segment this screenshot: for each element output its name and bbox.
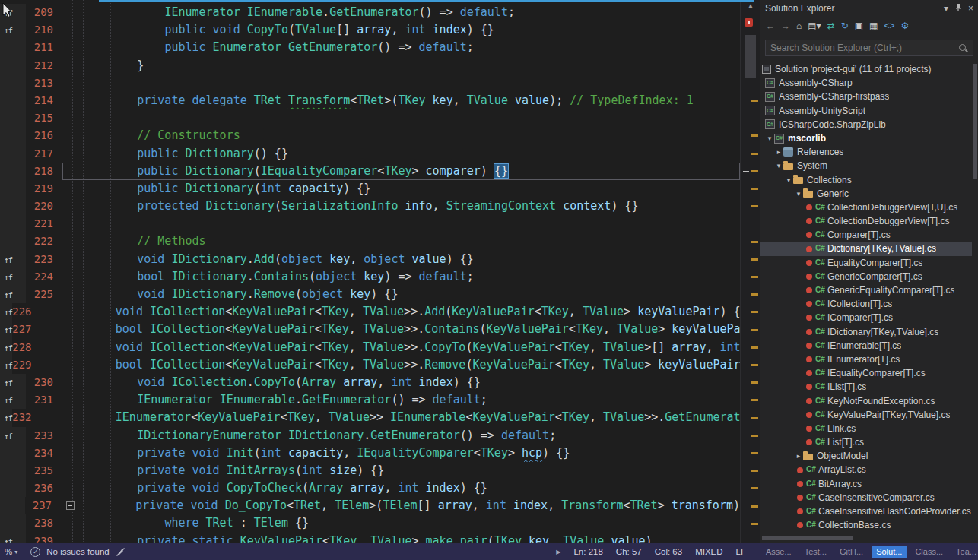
code-line[interactable]: 235 private void InitArrays(int size) {} [0,462,740,479]
forward-icon[interactable]: → [781,21,790,31]
tool-window-tab[interactable]: Tea... [951,546,978,558]
code-view-icon[interactable]: <> [884,21,894,31]
column-indicator[interactable]: Col: 63 [655,547,682,556]
code-line[interactable]: ↑f209 IEnumerator IEnumerable.GetEnumera… [0,4,740,21]
tree-item[interactable]: C#KeyValuePair[TKey,TValue].cs [760,408,972,422]
line-indicator[interactable]: Ln: 218 [573,547,602,556]
code-line[interactable]: ↑f228 void ICollection<KeyValuePair<TKey… [0,339,740,356]
scrollbar-thumb[interactable] [745,35,756,78]
tree-item[interactable]: C#CollectionDebuggerView[T,U].cs [760,201,972,214]
implements-glyph-icon[interactable]: ↑f [4,432,12,441]
tree-item[interactable]: C#Comparer[T].cs [760,228,972,242]
tree-item[interactable]: ▾Generic [760,187,972,201]
code-line[interactable]: ↑f230 void ICollection.CopyTo(Array arra… [0,374,740,391]
tree-item[interactable]: Solution 'project-gui' (11 of 11 project… [760,62,972,76]
code-line[interactable]: 216 // Constructors [0,127,740,144]
code-line[interactable]: 237 private void Do_CopyTo<TRet, TElem>(… [0,497,740,514]
error-indicator-icon[interactable] [745,18,753,27]
tree-item[interactable]: ▾Collections [760,173,972,187]
editor-scrollbar[interactable]: ▲ [740,0,760,543]
expand-arrow-icon[interactable]: ▸ [794,449,803,463]
implements-glyph-icon[interactable]: ↑f [4,273,12,283]
implements-glyph-icon[interactable]: ↑f [4,308,12,318]
code-line[interactable]: ↑f224 bool IDictionary.Contains(object k… [0,268,740,286]
show-all-files-icon[interactable]: ▦ [869,21,878,31]
tree-item[interactable]: C#ICollection[T].cs [760,297,972,311]
code-line[interactable]: ↑f239 private static KeyValuePair<TKey, … [0,533,740,543]
tool-window-tab[interactable]: GitH... [835,546,868,558]
tree-item[interactable]: C#CaseInsensitiveComparer.cs [760,491,972,505]
tree-item[interactable]: C#ICSharpCode.SharpZipLib [760,118,972,131]
close-icon[interactable]: × [968,3,973,14]
implements-glyph-icon[interactable]: ↑f [4,290,12,300]
code-line[interactable]: ↑f223 void IDictionary.Add(object key, o… [0,251,740,268]
implements-glyph-icon[interactable]: ↑f [4,537,12,543]
code-line[interactable]: 214 private delegate TRet Transform<TRet… [0,92,740,109]
code-line[interactable]: 217 public Dictionary() {} [0,145,740,163]
tree-item[interactable]: C#GenericEqualityComparer[T].cs [760,283,972,297]
tree-item[interactable]: C#BitArray.cs [760,477,972,491]
tool-window-tab[interactable]: Test... [800,546,831,558]
collapse-arrow-icon[interactable]: ▾ [765,131,774,145]
tool-window-tab[interactable]: Solut... [872,546,907,558]
collapse-all-icon[interactable]: ▣ [855,21,863,31]
status-detail-arrow-icon[interactable]: ▶ [556,549,560,555]
code-line[interactable]: ↑f210 public void CopyTo(TValue[] array,… [0,21,740,39]
tree-item[interactable]: C#Link.cs [760,422,972,435]
code-line[interactable]: 219 public Dictionary(int capacity) {} [0,180,740,198]
implements-glyph-icon[interactable]: ↑f [4,396,12,406]
tree-item[interactable]: C#Assembly-UnityScript [760,104,972,118]
tree-item[interactable]: C#IDictionary[TKey,TValue].cs [760,325,972,339]
search-input[interactable]: Search Solution Explorer (Ctrl+;) [765,40,973,56]
tree-vertical-scrollbar[interactable] [973,64,977,179]
tree-item[interactable]: C#CollectionDebuggerView[T].cs [760,214,972,228]
tree-item[interactable]: ▸References [760,145,972,159]
collapse-arrow-icon[interactable]: ▾ [774,159,783,172]
code-line[interactable]: 218 public Dictionary(IEqualityComparer<… [0,163,740,180]
pin-icon[interactable] [954,3,962,14]
tree-item[interactable]: C#Assembly-CSharp-firstpass [760,90,972,103]
refresh-icon[interactable]: ↻ [841,21,849,31]
code-line[interactable]: 221 [0,215,740,233]
encoding-indicator[interactable]: LF [736,547,746,556]
implements-glyph-icon[interactable]: ↑f [4,325,12,335]
implements-glyph-icon[interactable]: ↑f [4,343,12,353]
code-line[interactable]: ↑f229 bool ICollection<KeyValuePair<TKey… [0,356,740,374]
collapse-arrow-icon[interactable]: ▾ [784,173,793,187]
tool-window-tab[interactable]: Asse... [761,546,796,558]
code-line[interactable]: ↑f227 bool ICollection<KeyValuePair<TKey… [0,321,740,338]
tree-item[interactable]: C#IEnumerable[T].cs [760,339,972,353]
tree-horizontal-scrollbar[interactable] [762,536,853,540]
code-line[interactable]: 220 protected Dictionary(SerializationIn… [0,198,740,215]
tree-item[interactable]: C#CaseInsensitiveHashCodeProvider.cs [760,505,972,518]
expand-arrow-icon[interactable]: ▸ [774,145,783,159]
tree-item[interactable]: C#IEnumerator[T].cs [760,353,972,366]
tree-item[interactable]: ▾System [760,159,972,172]
tree-item[interactable]: ▾C#mscorlib [760,131,972,145]
code-line[interactable]: 213 [0,74,740,92]
tree-item[interactable]: C#ArrayList.cs [760,463,972,476]
collapse-arrow-icon[interactable]: ▾ [794,187,803,201]
implements-glyph-icon[interactable]: ↑f [4,413,12,423]
code-line[interactable]: 222 // Methods [0,233,740,250]
code-line[interactable]: 234 private void Init(int capacity, IEqu… [0,445,740,462]
window-menu-icon[interactable]: ▾ [944,3,948,14]
tree-item[interactable]: C#IComparer[T].cs [760,311,972,324]
tree-item[interactable]: C#EqualityComparer[T].cs [760,256,972,270]
code-line[interactable]: ↑f231 IEnumerator IEnumerable.GetEnumera… [0,391,740,409]
zoom-control[interactable]: % ▾ [5,547,17,556]
line-endings-indicator[interactable]: MIXED [695,547,722,556]
tree-item[interactable]: C#GenericComparer[T].cs [760,270,972,283]
implements-glyph-icon[interactable]: ↑f [4,378,12,388]
back-icon[interactable]: ← [766,21,775,31]
tree-item[interactable]: ▸ObjectModel [760,449,972,463]
code-line[interactable]: ↑f233 IDictionaryEnumerator IDictionary.… [0,427,740,445]
code-line[interactable]: 236 private void CopyToCheck(Array array… [0,479,740,497]
tree-item[interactable]: C#Assembly-CSharp [760,76,972,90]
settings-icon[interactable]: ⚙ [900,21,909,31]
tree-item[interactable]: C#CollectionBase.cs [760,518,972,532]
code-line[interactable]: 215 [0,109,740,127]
code-editor[interactable]: ↑f209 IEnumerator IEnumerable.GetEnumera… [0,0,740,543]
implements-glyph-icon[interactable]: ↑f [4,255,12,265]
tree-item[interactable]: C#IEqualityComparer[T].cs [760,366,972,380]
